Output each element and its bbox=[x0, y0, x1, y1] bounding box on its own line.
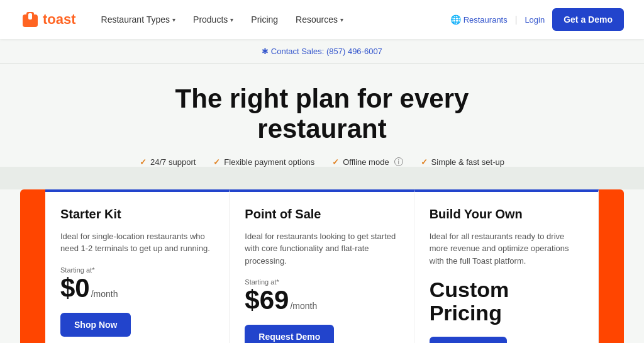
chevron-down-icon: ▾ bbox=[340, 16, 343, 23]
svg-rect-2 bbox=[28, 13, 32, 20]
nav-divider: | bbox=[515, 14, 518, 25]
byo-card: Build Your Own Ideal for all restaurants… bbox=[414, 189, 599, 343]
nav-links: Restaurant Types ▾ Products ▾ Pricing Re… bbox=[94, 9, 351, 30]
card-desc-pos: Ideal for restaurants looking to get sta… bbox=[245, 230, 398, 267]
get-quote-button[interactable]: Get a Quote bbox=[430, 337, 507, 343]
pos-card: Point of Sale Ideal for restaurants look… bbox=[230, 189, 414, 343]
price-row-starter: $0 /month bbox=[60, 275, 214, 301]
check-icon: ✓ bbox=[332, 157, 339, 167]
shop-now-button[interactable]: Shop Now bbox=[60, 313, 131, 337]
contact-sales-link[interactable]: Contact Sales: (857) 496-6007 bbox=[262, 47, 382, 56]
restaurants-link[interactable]: 🌐 Restaurants bbox=[450, 14, 508, 25]
chevron-down-icon: ▾ bbox=[230, 16, 233, 23]
feature-payment: ✓ Flexible payment options bbox=[213, 157, 314, 167]
features-row: ✓ 24/7 support ✓ Flexible payment option… bbox=[15, 157, 629, 167]
check-icon: ✓ bbox=[213, 157, 220, 167]
navbar: toast Restaurant Types ▾ Products ▾ Pric… bbox=[0, 0, 644, 39]
main-content: The right plan for every restaurant ✓ 24… bbox=[0, 64, 644, 167]
nav-pricing[interactable]: Pricing bbox=[243, 9, 286, 30]
cards-container: Starter Kit Ideal for single-location re… bbox=[20, 189, 624, 343]
card-desc-starter: Ideal for single-location restaurants wh… bbox=[60, 230, 214, 255]
starting-label-starter: Starting at* bbox=[60, 266, 214, 274]
price-value-pos: $69 bbox=[245, 287, 289, 313]
card-desc-byo: Ideal for all restaurants ready to drive… bbox=[430, 230, 583, 267]
check-icon: ✓ bbox=[421, 157, 428, 167]
chevron-down-icon: ▾ bbox=[172, 16, 175, 23]
starter-kit-card: Starter Kit Ideal for single-location re… bbox=[45, 189, 230, 343]
price-value-starter: $0 bbox=[60, 275, 90, 301]
feature-offline: ✓ Offline mode i bbox=[332, 157, 402, 167]
card-title-pos: Point of Sale bbox=[245, 207, 398, 222]
feature-setup: ✓ Simple & fast set-up bbox=[421, 157, 504, 167]
get-demo-button[interactable]: Get a Demo bbox=[552, 8, 624, 31]
info-icon: i bbox=[394, 157, 403, 166]
hero-title: The right plan for every restaurant bbox=[15, 84, 629, 145]
nav-products[interactable]: Products ▾ bbox=[186, 9, 241, 30]
card-title-byo: Build Your Own bbox=[430, 207, 583, 222]
card-title-starter: Starter Kit bbox=[60, 207, 214, 222]
globe-icon: 🌐 bbox=[450, 14, 461, 25]
request-demo-button[interactable]: Request Demo bbox=[245, 325, 334, 343]
nav-restaurant-types[interactable]: Restaurant Types ▾ bbox=[94, 9, 183, 30]
nav-resources[interactable]: Resources ▾ bbox=[288, 9, 351, 30]
logo-text: toast bbox=[43, 11, 76, 28]
custom-pricing-label: Custom Pricing bbox=[430, 278, 583, 325]
check-icon: ✓ bbox=[140, 157, 147, 167]
logo-icon bbox=[20, 9, 40, 30]
price-suffix-starter: /month bbox=[91, 289, 118, 299]
orange-left-panel bbox=[20, 189, 45, 343]
subheader: Contact Sales: (857) 496-6007 bbox=[0, 39, 644, 64]
orange-right-panel bbox=[599, 189, 624, 343]
nav-right: 🌐 Restaurants | Login Get a Demo bbox=[450, 8, 624, 31]
pricing-cards-section: Starter Kit Ideal for single-location re… bbox=[0, 189, 644, 343]
price-suffix-pos: /month bbox=[290, 301, 317, 311]
price-row-pos: $69 /month bbox=[245, 287, 398, 313]
logo-link[interactable]: toast bbox=[20, 9, 76, 30]
login-link[interactable]: Login bbox=[525, 15, 545, 25]
feature-support: ✓ 24/7 support bbox=[140, 157, 196, 167]
